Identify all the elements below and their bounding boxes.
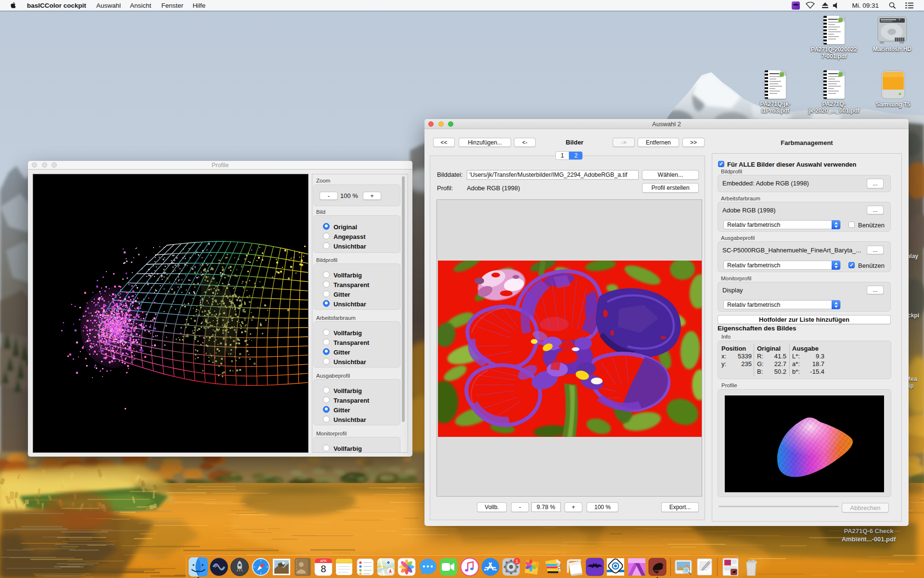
svg-text:APR: APR [320, 559, 327, 563]
svg-text:8: 8 [321, 564, 326, 574]
svg-text:1: 1 [516, 558, 518, 564]
